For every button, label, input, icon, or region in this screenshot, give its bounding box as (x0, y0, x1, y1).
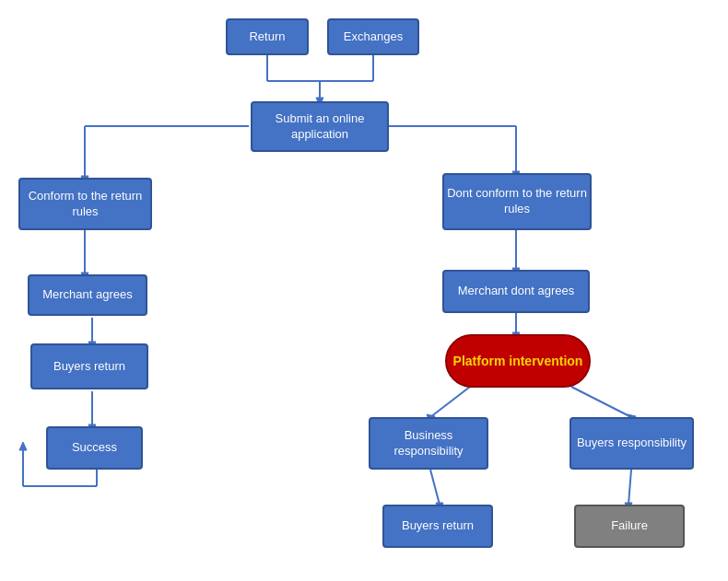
svg-line-27 (571, 387, 631, 417)
svg-marker-20 (19, 442, 27, 450)
submit-node: Submit an online application (251, 101, 389, 152)
buyers-responsibility-node: Buyers responsibility (569, 417, 694, 470)
svg-line-31 (628, 470, 631, 505)
buyers-return-1-node: Buyers return (30, 343, 148, 389)
flowchart-diagram: Return Exchanges Submit an online applic… (0, 0, 728, 581)
merchant-agrees-node: Merchant agrees (28, 274, 147, 316)
buyers-return-2-node: Buyers return (382, 505, 493, 548)
merchant-dont-node: Merchant dont agrees (442, 270, 590, 313)
conform-node: Conform to the return rules (18, 178, 152, 230)
svg-line-29 (430, 470, 440, 505)
exchanges-node: Exchanges (327, 18, 419, 55)
biz-responsibility-node: Business responsibility (369, 417, 488, 470)
success-node: Success (46, 426, 143, 470)
notconform-node: Dont conform to the return rules (442, 173, 592, 230)
failure-node: Failure (574, 505, 685, 548)
platform-intervention-node: Platform intervention (445, 334, 591, 388)
return-node: Return (226, 18, 309, 55)
svg-line-25 (430, 387, 470, 417)
